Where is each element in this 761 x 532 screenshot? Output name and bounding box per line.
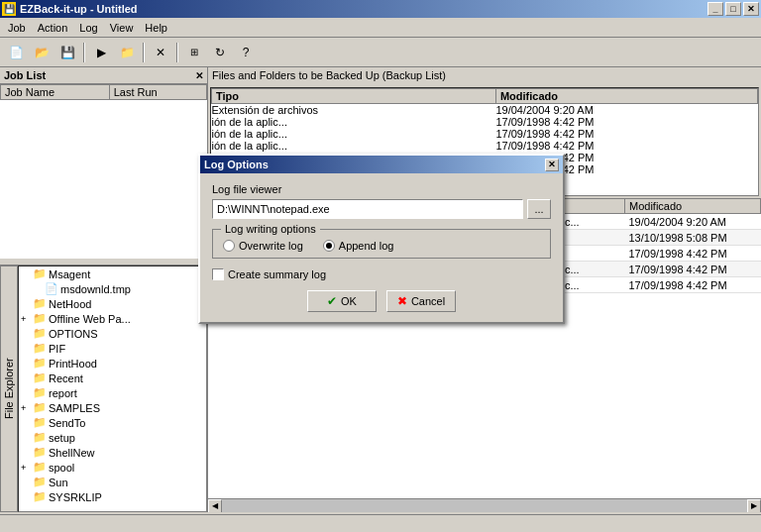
dialog-close-button[interactable]: ✕ bbox=[545, 159, 559, 171]
dialog-body: Log file viewer ... Log writing options … bbox=[200, 173, 563, 322]
dialog-overlay: Log Options ✕ Log file viewer ... Log wr… bbox=[0, 0, 761, 532]
dialog-buttons: ✔ OK ✖ Cancel bbox=[212, 290, 551, 312]
ok-button[interactable]: ✔ OK bbox=[307, 290, 377, 312]
cancel-button[interactable]: ✖ Cancel bbox=[386, 290, 456, 312]
append-label: Append log bbox=[339, 240, 394, 252]
ok-label: OK bbox=[341, 295, 357, 307]
overwrite-label: Overwrite log bbox=[239, 240, 303, 252]
log-viewer-label: Log file viewer bbox=[212, 183, 551, 195]
overwrite-option[interactable]: Overwrite log bbox=[223, 240, 303, 252]
dialog-title: Log Options bbox=[204, 159, 269, 170]
cancel-label: Cancel bbox=[411, 295, 445, 307]
log-viewer-input-row: ... bbox=[212, 199, 551, 219]
browse-label: ... bbox=[534, 203, 543, 215]
browse-button[interactable]: ... bbox=[527, 199, 551, 219]
overwrite-radio[interactable] bbox=[223, 240, 235, 252]
log-writing-options-label: Log writing options bbox=[221, 223, 320, 235]
ok-check-icon: ✔ bbox=[327, 294, 337, 308]
create-summary-checkbox[interactable] bbox=[212, 268, 224, 280]
dialog-title-bar: Log Options ✕ bbox=[200, 156, 563, 173]
create-summary-label: Create summary log bbox=[228, 268, 326, 280]
radio-row: Overwrite log Append log bbox=[223, 240, 540, 252]
radio-selected-dot bbox=[326, 243, 332, 249]
log-options-dialog: Log Options ✕ Log file viewer ... Log wr… bbox=[198, 154, 565, 324]
cancel-x-icon: ✖ bbox=[397, 294, 407, 308]
append-option[interactable]: Append log bbox=[323, 240, 394, 252]
log-file-path-input[interactable] bbox=[212, 199, 523, 219]
append-radio[interactable] bbox=[323, 240, 335, 252]
log-writing-options-group: Log writing options Overwrite log Append… bbox=[212, 229, 551, 259]
create-summary-row: Create summary log bbox=[212, 268, 551, 280]
